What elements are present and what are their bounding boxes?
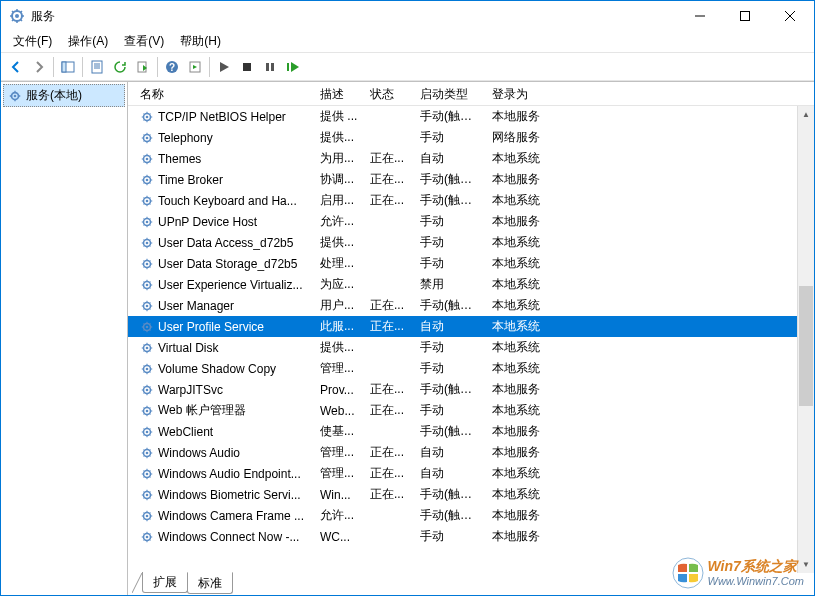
export-button[interactable]: [132, 56, 154, 78]
service-status-cell: 正在...: [364, 402, 414, 419]
service-desc-cell: 此服...: [314, 318, 364, 335]
service-row[interactable]: Windows Audio Endpoint...管理...正在...自动本地系…: [128, 463, 797, 484]
service-icon: [140, 446, 154, 460]
refresh-button[interactable]: [109, 56, 131, 78]
service-logon-cell: 本地服务: [486, 528, 556, 545]
service-row[interactable]: UPnP Device Host允许...手动本地服务: [128, 211, 797, 232]
service-desc-cell: 用户...: [314, 297, 364, 314]
restart-service-button[interactable]: [282, 56, 304, 78]
service-desc-cell: 处理...: [314, 255, 364, 272]
service-desc-cell: 允许...: [314, 507, 364, 524]
tab-extended[interactable]: 扩展: [142, 572, 188, 593]
service-row[interactable]: User Data Access_d72b5提供...手动本地系统: [128, 232, 797, 253]
column-desc[interactable]: 描述: [314, 82, 364, 105]
properties-button[interactable]: [86, 56, 108, 78]
svg-point-33: [146, 283, 149, 286]
menu-help[interactable]: 帮助(H): [172, 31, 229, 52]
stop-service-button[interactable]: [236, 56, 258, 78]
service-name-label: Windows Audio: [158, 446, 240, 460]
tree-pane[interactable]: 服务(本地): [1, 82, 128, 595]
forward-button[interactable]: [28, 56, 50, 78]
service-row[interactable]: Themes为用...正在...自动本地系统: [128, 148, 797, 169]
service-desc-cell: 允许...: [314, 213, 364, 230]
detail-tabs: 扩展 标准: [128, 573, 814, 595]
svg-point-27: [146, 220, 149, 223]
service-row[interactable]: TCP/IP NetBIOS Helper提供 ...手动(触发...本地服务: [128, 106, 797, 127]
minimize-button[interactable]: [677, 2, 722, 31]
service-name-cell: Windows Connect Now -...: [134, 530, 314, 544]
service-row[interactable]: Windows Biometric Servi...Win...正在...手动(…: [128, 484, 797, 505]
service-row[interactable]: User Experience Virtualiz...为应...禁用本地系统: [128, 274, 797, 295]
service-start-cell: 手动(触发...: [414, 423, 486, 440]
service-row[interactable]: Windows Connect Now -...WC...手动本地服务: [128, 526, 797, 547]
tree-root-services-local[interactable]: 服务(本地): [3, 84, 125, 107]
service-desc-cell: 提供...: [314, 234, 364, 251]
scroll-thumb[interactable]: [799, 286, 813, 406]
service-row[interactable]: User Manager用户...正在...手动(触发...本地系统: [128, 295, 797, 316]
service-desc-cell: 使基...: [314, 423, 364, 440]
menu-file[interactable]: 文件(F): [5, 31, 60, 52]
service-start-cell: 手动: [414, 528, 486, 545]
svg-point-35: [146, 304, 149, 307]
services-tree-icon: [8, 89, 22, 103]
service-row[interactable]: Web 帐户管理器Web...正在...手动本地系统: [128, 400, 797, 421]
menu-view[interactable]: 查看(V): [116, 31, 172, 52]
service-row[interactable]: WebClient使基...手动(触发...本地服务: [128, 421, 797, 442]
svg-point-25: [146, 199, 149, 202]
service-logon-cell: 本地系统: [486, 234, 556, 251]
list-body[interactable]: TCP/IP NetBIOS Helper提供 ...手动(触发...本地服务T…: [128, 106, 797, 573]
scroll-down-button[interactable]: ▼: [798, 556, 814, 573]
column-status[interactable]: 状态: [364, 82, 414, 105]
start-service-button[interactable]: [213, 56, 235, 78]
tab-standard[interactable]: 标准: [187, 572, 233, 594]
service-row[interactable]: Windows Audio管理...正在...自动本地服务: [128, 442, 797, 463]
back-button[interactable]: [5, 56, 27, 78]
service-logon-cell: 本地服务: [486, 171, 556, 188]
svg-rect-11: [266, 63, 269, 71]
svg-rect-5: [92, 61, 102, 73]
service-name-cell: User Data Storage_d72b5: [134, 257, 314, 271]
service-row[interactable]: User Data Storage_d72b5处理...手动本地系统: [128, 253, 797, 274]
service-logon-cell: 本地系统: [486, 276, 556, 293]
column-name[interactable]: 名称: [134, 82, 314, 105]
service-row[interactable]: Virtual Disk提供...手动本地系统: [128, 337, 797, 358]
service-start-cell: 手动: [414, 339, 486, 356]
vertical-scrollbar[interactable]: ▲ ▼: [797, 106, 814, 573]
service-desc-cell: 提供 ...: [314, 108, 364, 125]
maximize-button[interactable]: [722, 2, 767, 31]
scroll-up-button[interactable]: ▲: [798, 106, 814, 123]
service-desc-cell: 提供...: [314, 129, 364, 146]
service-row[interactable]: User Profile Service此服...正在...自动本地系统: [128, 316, 797, 337]
service-name-label: Windows Camera Frame ...: [158, 509, 304, 523]
service-row[interactable]: Time Broker协调...正在...手动(触发...本地服务: [128, 169, 797, 190]
menubar: 文件(F) 操作(A) 查看(V) 帮助(H): [1, 31, 814, 53]
close-button[interactable]: [767, 2, 812, 31]
service-start-cell: 手动(触发...: [414, 171, 486, 188]
service-row[interactable]: WarpJITSvcProv...正在...手动(触发...本地服务: [128, 379, 797, 400]
service-row[interactable]: Volume Shadow Copy管理...手动本地系统: [128, 358, 797, 379]
svg-point-43: [146, 388, 149, 391]
service-row[interactable]: Telephony提供...手动网络服务: [128, 127, 797, 148]
service-icon: [140, 152, 154, 166]
help-button[interactable]: ?: [161, 56, 183, 78]
column-logon[interactable]: 登录为: [486, 82, 556, 105]
service-start-cell: 手动(触发...: [414, 108, 486, 125]
service-row[interactable]: Touch Keyboard and Ha...启用...正在...手动(触发.…: [128, 190, 797, 211]
pause-service-button[interactable]: [259, 56, 281, 78]
menu-action[interactable]: 操作(A): [60, 31, 116, 52]
service-name-cell: User Profile Service: [134, 320, 314, 334]
svg-text:?: ?: [169, 62, 175, 73]
svg-point-49: [146, 451, 149, 454]
show-hide-tree-button[interactable]: [57, 56, 79, 78]
service-desc-cell: 协调...: [314, 171, 364, 188]
service-name-label: User Profile Service: [158, 320, 264, 334]
svg-point-51: [146, 472, 149, 475]
service-row[interactable]: Windows Camera Frame ...允许...手动(触发...本地服…: [128, 505, 797, 526]
service-desc-cell: 为应...: [314, 276, 364, 293]
action-button[interactable]: [184, 56, 206, 78]
service-logon-cell: 本地系统: [486, 486, 556, 503]
column-start[interactable]: 启动类型: [414, 82, 486, 105]
service-status-cell: 正在...: [364, 444, 414, 461]
svg-point-55: [146, 514, 149, 517]
service-name-label: User Data Storage_d72b5: [158, 257, 297, 271]
